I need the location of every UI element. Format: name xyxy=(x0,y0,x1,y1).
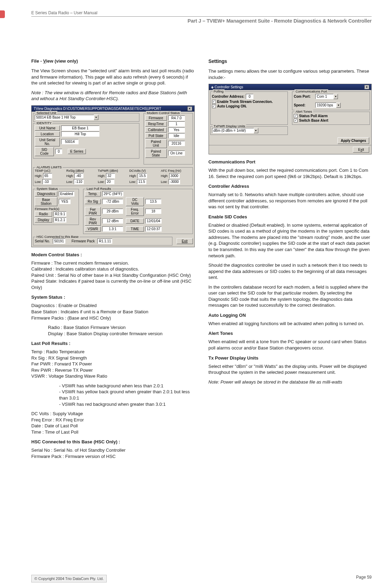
auto-logging-heading: Auto Logging ON xyxy=(209,313,372,318)
enable-sid-heading: Enable SID Codes xyxy=(209,214,372,219)
auto-logging-desc: When enabled all logging functions will … xyxy=(209,321,372,327)
controller-address-heading: Controller Address xyxy=(209,184,372,189)
header-manual-title: E Series Data Radio – User Manual xyxy=(31,10,372,17)
sys-heading: System Status : xyxy=(31,295,195,300)
chevron-down-icon[interactable] xyxy=(94,115,98,120)
alarms-label: ALARMS LIMITS xyxy=(35,165,63,169)
mcs-label: Modem Control Status xyxy=(146,111,181,115)
sid-button[interactable]: SID Code xyxy=(35,147,54,156)
mcs-rows: FirmwareR4.7.0RespTime1CalibratedYesPoll… xyxy=(145,115,191,158)
txpwr-dropdown[interactable]: dBm (0 dBm = 1mW) xyxy=(212,128,286,133)
lpr-desc: Temp : Radio Temperature Rx Sig : RX Sig… xyxy=(31,349,195,379)
speed-dropdown[interactable]: 19200 bps xyxy=(315,103,341,108)
comm-port-label: Communications Port xyxy=(294,89,328,93)
enable-trunk-checkbox[interactable]: ✓ xyxy=(212,100,216,104)
lpr-label: Last Poll Results xyxy=(86,187,112,191)
controller-address-desc: Normally set to 0. Networks which have m… xyxy=(209,192,372,210)
controller-address-input[interactable]: 0 xyxy=(246,94,253,99)
lpr-desc2: DC Volts : Supply Voltage Freq Error : R… xyxy=(31,411,195,435)
settings-heading: Settings xyxy=(209,58,372,64)
sys-desc-indent: Radio : Base Station Firmware Version Di… xyxy=(31,324,195,337)
win2-title: ◈ Controller Settings xyxy=(211,85,243,89)
hsc-heading: HSC Connected to this Base (HSC Only) : xyxy=(31,439,195,444)
status-poll-checkbox[interactable]: ✓ xyxy=(294,114,298,118)
alert-tones-heading: Alert Tones xyxy=(209,331,372,336)
location-button[interactable]: Location xyxy=(35,131,60,137)
chevron-down-icon[interactable] xyxy=(333,94,338,99)
comm-port-desc: With the pull down box, select the requi… xyxy=(209,167,372,179)
eseries-button[interactable]: E Series xyxy=(68,149,86,154)
location-field: Hill Top xyxy=(61,131,99,137)
controller-settings-window: ◈ Controller Settings × Polling Controll… xyxy=(209,84,372,154)
win1-title: TView Diagnostics D:\CUSTOMERSUPPORT\DIA… xyxy=(34,107,161,111)
alert-tones-desc: When enabled will emit a tone from the P… xyxy=(209,339,372,351)
comm-port-heading: Communications Port xyxy=(209,159,372,164)
settings-desc: The settings menu allows the user to con… xyxy=(209,68,372,80)
lpr-desc-indent: - VSWR has white background when less th… xyxy=(31,383,195,407)
sys-status-label: System Status xyxy=(35,187,59,191)
enable-sid-desc2: Should the diagnostics controller be use… xyxy=(209,262,372,281)
chevron-down-icon[interactable] xyxy=(336,103,341,108)
chevron-down-icon[interactable] xyxy=(254,128,258,133)
selected-unit-label: Selected Unit xyxy=(35,111,57,115)
tx-power-desc: Select either "dBm" or "milli Watts" as … xyxy=(209,363,372,376)
alert-tones-label: Alert Tones xyxy=(294,110,313,113)
apply-changes-button[interactable]: Apply Changes xyxy=(338,137,369,144)
sid-field: 0 xyxy=(55,149,62,154)
mcs-heading: Modem Control States : xyxy=(31,252,195,257)
page-number: Page 59 xyxy=(356,575,372,582)
exit-button[interactable]: Exit xyxy=(177,238,193,244)
header-part-title: Part J – TVIEW+ Management Suite - Remot… xyxy=(31,18,372,24)
file-view-note: Note : The view window is different for … xyxy=(31,90,195,102)
lpr-heading: Last Poll Results : xyxy=(31,341,195,346)
file-view-desc: The View Screen shows the "selected unit… xyxy=(31,68,195,86)
auto-logging-checkbox[interactable]: ✓ xyxy=(212,104,216,108)
serial-button[interactable]: Unit Serial No. xyxy=(35,137,60,146)
hsc-desc: Serial No : Serial No. of Hot Standby Co… xyxy=(31,447,195,459)
polling-label: Polling xyxy=(213,89,225,93)
txpwr-label: TxPWR Display Units xyxy=(213,124,246,128)
enable-sid-desc1: Enabled or disabled (Default enabled). I… xyxy=(209,222,372,259)
alarm-low-row: Low: -10Low: -110Low: 20Low: 11.5Low: -3… xyxy=(35,179,191,184)
file-view-heading: File - View (view only) xyxy=(31,58,195,64)
page-tab xyxy=(0,10,5,18)
lpr-rows: Temp.29°C (84°F)Rx Sig-72 dBmDC Volts13.… xyxy=(85,191,191,232)
serial-field: 50014 xyxy=(61,139,79,144)
unit-name-button[interactable]: Unit Name xyxy=(35,126,60,131)
tx-power-heading: Tx Power Display Units xyxy=(209,355,372,361)
exit-button[interactable]: Exit xyxy=(353,147,369,153)
enable-sid-desc3: In the controllers database record for e… xyxy=(209,284,372,308)
identity-label: IDENTITY xyxy=(35,121,52,125)
close-icon[interactable]: × xyxy=(187,106,192,111)
switch-base-checkbox[interactable]: ✓ xyxy=(294,119,298,122)
close-icon[interactable]: × xyxy=(364,85,369,89)
sys-desc: Diagnostics : Enable or Disabled Base St… xyxy=(31,303,195,321)
selected-unit-dropdown[interactable]: 50014 EB Base 1 Hill Top xyxy=(35,115,138,120)
hsc-label: HSC Connected to this Base xyxy=(35,235,80,239)
com-port-dropdown[interactable]: Com 1 xyxy=(315,94,338,99)
copyright: © Copyright 2004 Trio DataCom Pty. Ltd. xyxy=(31,575,107,582)
alarm-high-row: High: 65High: -40High: 32High: 15.5High:… xyxy=(35,173,191,178)
unit-name-field: EB Base 1 xyxy=(61,126,99,131)
mcs-desc: Firmware : The current modem firmware ve… xyxy=(31,260,195,291)
tx-power-note: Note: Power will always be stored in the… xyxy=(209,379,372,385)
tview-diagnostics-window: TView Diagnostics D:\CUSTOMERSUPPORT\DIA… xyxy=(31,105,195,247)
